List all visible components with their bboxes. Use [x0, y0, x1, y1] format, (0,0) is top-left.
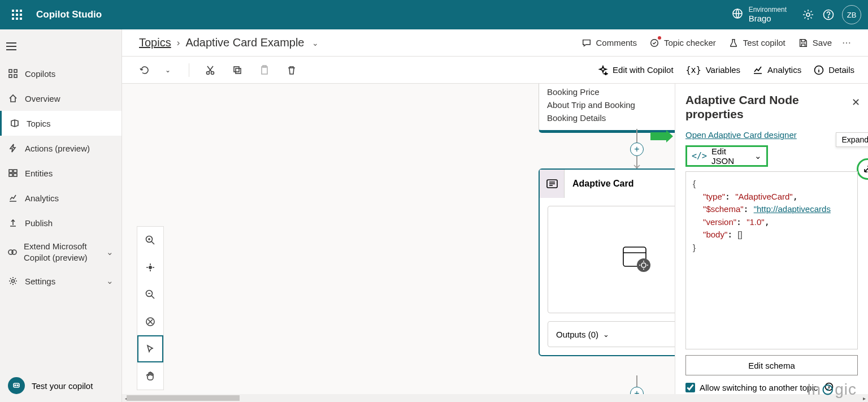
info-icon[interactable]: [824, 382, 834, 393]
svg-point-19: [207, 71, 210, 74]
analytics-button[interactable]: Analytics: [753, 65, 801, 75]
sidebar-toggle[interactable]: [0, 35, 23, 58]
help-icon[interactable]: [818, 5, 839, 25]
upload-icon: [8, 218, 18, 227]
comments-button[interactable]: Comments: [581, 38, 637, 48]
cut-button[interactable]: [202, 62, 219, 79]
details-button[interactable]: Details: [814, 65, 854, 75]
horizontal-scrollbar[interactable]: ◂ ▸: [122, 394, 868, 402]
settings-icon[interactable]: [798, 5, 818, 25]
sidebar-item-overview[interactable]: Overview: [0, 86, 121, 111]
sidebar-item-publish[interactable]: Publish: [0, 210, 121, 235]
svg-rect-4: [9, 70, 12, 72]
breadcrumb-separator: ›: [177, 37, 180, 49]
expand-button[interactable]: [857, 158, 868, 180]
copy-button[interactable]: [229, 62, 246, 79]
sidebar-item-analytics[interactable]: Analytics: [0, 185, 121, 210]
svg-point-3: [828, 17, 828, 18]
entities-icon: [8, 168, 18, 178]
topic-checker-button[interactable]: Topic checker: [649, 38, 716, 48]
save-button[interactable]: Save: [798, 38, 832, 48]
sidebar-item-topics[interactable]: Topics: [0, 111, 121, 136]
sidebar-item-copilots[interactable]: Copilots: [0, 61, 121, 86]
add-node-button[interactable]: +: [630, 142, 644, 156]
expand-tooltip: Expand: [836, 132, 868, 147]
pan-tool-button[interactable]: [137, 362, 163, 390]
trigger-phrase: Booking Details: [547, 111, 675, 124]
sidebar-item-label: Topics: [27, 119, 51, 128]
sidebar-item-label: Analytics: [25, 193, 59, 203]
lightning-icon: [8, 144, 18, 153]
sidebar-item-settings[interactable]: Settings ⌄: [0, 269, 121, 293]
environment-label: Environment: [749, 6, 787, 14]
trigger-node[interactable]: Booking Price About Trip and Booking Boo…: [539, 84, 675, 133]
chevron-down-icon: ⌄: [603, 330, 609, 339]
app-launcher-icon[interactable]: [7, 5, 27, 25]
notification-dot: [658, 36, 661, 40]
edit-with-copilot-button[interactable]: Edit with Copilot: [598, 65, 674, 75]
more-menu[interactable]: ⋯: [842, 37, 851, 48]
json-editor[interactable]: { "type": "AdaptiveCard", "$schema": "ht…: [685, 171, 858, 349]
svg-rect-8: [9, 170, 12, 172]
adaptive-card-node[interactable]: Adaptive Card ⋯ Outputs (0) ⌄: [539, 168, 675, 356]
chevron-down-icon: ⌄: [106, 247, 114, 257]
sidebar-item-extend[interactable]: Extend Microsoft Copilot (preview) ⌄: [0, 235, 121, 269]
grid-icon: [8, 69, 18, 78]
topics-icon: [10, 119, 20, 128]
properties-panel: Adaptive Card Node properties ✕ Open Ada…: [675, 84, 868, 402]
card-icon: [540, 170, 565, 198]
test-copilot-button[interactable]: Test copilot: [728, 38, 785, 48]
sidebar-item-label: Actions (preview): [25, 144, 90, 153]
breadcrumb-bar: Topics › Adaptive Card Example ⌄ Comment…: [122, 29, 868, 57]
user-avatar[interactable]: ZB: [842, 5, 861, 24]
sidebar-item-entities[interactable]: Entities: [0, 161, 121, 185]
editor-toolbar: ⌄ Edit with Copilot {x} Va: [122, 57, 868, 84]
undo-dropdown[interactable]: ⌄: [159, 62, 176, 79]
variables-button[interactable]: {x} Variables: [686, 65, 741, 75]
test-copilot-footer[interactable]: Test your copilot: [0, 369, 121, 402]
svg-rect-10: [9, 174, 12, 176]
environment-switcher[interactable]: Environment Brago: [732, 6, 787, 24]
svg-rect-6: [9, 75, 12, 77]
breadcrumb-current: Adaptive Card Example: [185, 36, 304, 49]
svg-point-14: [12, 280, 15, 283]
svg-rect-22: [236, 68, 241, 74]
svg-rect-7: [14, 75, 17, 77]
edit-json-dropdown[interactable]: </> Edit JSON ⌄: [685, 145, 768, 167]
sidebar: Copilots Overview Topics Actions (previe…: [0, 29, 122, 402]
outputs-expander[interactable]: Outputs (0) ⌄: [548, 321, 675, 347]
home-icon: [8, 94, 18, 103]
zoom-out-button[interactable]: [137, 281, 163, 308]
zoom-in-button[interactable]: [137, 227, 163, 254]
sidebar-item-label: Copilots: [25, 69, 55, 79]
authoring-canvas[interactable]: Booking Price About Trip and Booking Boo…: [122, 84, 675, 402]
scroll-right-arrow[interactable]: ▸: [860, 394, 868, 402]
connector-line: [636, 375, 637, 387]
select-tool-button[interactable]: [137, 335, 163, 362]
scrollbar-thumb[interactable]: [127, 395, 240, 401]
allow-switching-checkbox[interactable]: [685, 383, 695, 392]
fit-to-screen-button[interactable]: [137, 254, 163, 281]
chevron-down-icon: ⌄: [106, 276, 114, 286]
undo-button[interactable]: [136, 62, 153, 79]
gear-icon: [8, 276, 18, 286]
svg-point-20: [211, 71, 214, 74]
svg-rect-23: [262, 67, 267, 74]
reset-view-button[interactable]: [137, 308, 163, 335]
chart-icon: [8, 193, 18, 202]
connector-line: [636, 129, 637, 142]
delete-button[interactable]: [283, 62, 300, 79]
svg-point-31: [149, 266, 152, 269]
paste-button[interactable]: [256, 62, 273, 79]
close-panel-button[interactable]: ✕: [852, 96, 860, 109]
svg-rect-11: [14, 174, 17, 176]
main-content: Topics › Adaptive Card Example ⌄ Comment…: [122, 29, 868, 402]
breadcrumb-root[interactable]: Topics: [139, 36, 171, 49]
trigger-phrase: About Trip and Booking: [547, 98, 675, 111]
sidebar-item-label: Extend Microsoft Copilot (preview): [24, 241, 99, 263]
sidebar-item-actions[interactable]: Actions (preview): [0, 136, 121, 161]
svg-point-1: [806, 13, 810, 16]
breadcrumb-dropdown[interactable]: ⌄: [312, 38, 319, 47]
edit-schema-button[interactable]: Edit schema: [685, 355, 858, 375]
open-designer-link[interactable]: Open Adaptive Card designer: [685, 130, 858, 140]
